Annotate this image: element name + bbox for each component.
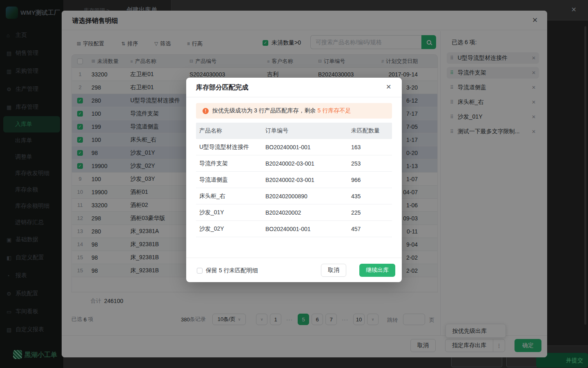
sidebar-item-label: 调整单 — [15, 153, 32, 161]
cell-product-name: 沙发_02Y — [196, 225, 262, 233]
cell-order-no: B20240002-03-001 — [262, 160, 348, 167]
cell-order-no: BO20240001-001 — [262, 226, 348, 232]
col-unmatched-qty: 未匹配数量 — [348, 127, 392, 135]
custom-config-icon: ◧ — [7, 255, 13, 261]
keep-unmatched-label: 保留 5 行未匹配明细 — [206, 267, 258, 274]
cell-product-name: 沙发_01Y — [196, 209, 262, 216]
sidebar-item-label: 销售管理 — [16, 49, 38, 57]
unmatched-row: 沙发_01Y B2024020002 225 — [196, 204, 392, 221]
vendor-logo — [13, 350, 22, 359]
sidebar-item-label: 库存余额明细 — [15, 202, 49, 210]
footer-button-1[interactable] — [451, 356, 502, 367]
cell-unmatched-qty: 966 — [348, 177, 392, 183]
unmatched-row: 沙发_02Y BO20240001-001 457 — [196, 221, 392, 237]
sidebar-item[interactable]: ◔ 报表 — [0, 267, 63, 285]
dashboard-icon: ▭ — [7, 309, 13, 315]
sidebar-item[interactable]: ⚙ 生产管理 — [0, 80, 63, 98]
app-title: WMY测试工厂 — [20, 9, 63, 17]
sidebar-item-label: 车间看板 — [16, 308, 38, 315]
sidebar-item[interactable]: ⚙ 系统配置 — [0, 285, 63, 303]
cell-product-name: U型导流型材连接件 — [196, 144, 262, 151]
sidebar: WMY测试工厂 ⌂ 主页 ▤ 销售管理 ▥ 采购管理 ⚙ — [0, 0, 63, 368]
cell-order-no: B2024020002 — [262, 209, 348, 216]
unmatched-row: U型导流型材连接件 BO20240001-001 163 — [196, 139, 392, 155]
cell-unmatched-qty: 435 — [348, 193, 392, 200]
cell-order-no: B20240002-03-001 — [262, 177, 348, 183]
continue-outbound-button[interactable]: 继续出库 — [359, 264, 395, 277]
unmatched-row: 导流道侧盖 B20240002-03-001 966 — [196, 172, 392, 188]
keep-unmatched-option[interactable]: 保留 5 行未匹配明细 — [197, 267, 258, 274]
home-icon: ⌂ — [7, 32, 13, 38]
sidebar-item[interactable]: ▥ 采购管理 — [0, 62, 63, 80]
sidebar-item[interactable]: 库存收发明细 — [0, 165, 63, 182]
inventory-icon: ▦ — [7, 104, 13, 110]
sidebar-item[interactable]: 库存余额 — [0, 182, 63, 198]
unmatched-header-row: 产品名称 订单编号 未匹配数量 — [196, 123, 392, 139]
cell-unmatched-qty: 457 — [348, 226, 392, 232]
keep-unmatched-checkbox[interactable] — [197, 268, 203, 274]
cell-unmatched-qty: 225 — [348, 209, 392, 216]
cell-product-name: 床头柜_右 — [196, 193, 262, 200]
sidebar-item[interactable]: ▭ 车间看板 — [0, 303, 63, 321]
screen: 库存管理 > 创建出库单 ✕ WMY测试工厂 ⌂ 主页 ▤ 销售管理 ▥ 采购管 — [0, 0, 588, 368]
sidebar-item-label: 自定义报表 — [16, 326, 44, 333]
sidebar-item[interactable]: 调整单 — [0, 149, 63, 165]
sidebar-item-label: 采购管理 — [16, 67, 38, 75]
custom-report-icon: ▧ — [7, 327, 13, 333]
sidebar-item[interactable]: 进销存汇总 — [0, 214, 63, 231]
vendor-title: 黑湖小工单 — [24, 351, 57, 359]
info-icon: ! — [203, 108, 209, 114]
sidebar-item-label: 库存管理 — [16, 103, 38, 111]
sidebar-item-label: 自定义配置 — [16, 254, 44, 261]
cell-order-no: BO20240001-001 — [262, 144, 348, 150]
sidebar-item[interactable]: ▤ 销售管理 — [0, 44, 63, 62]
base-data-icon: ▣ — [7, 237, 13, 243]
production-icon: ⚙ — [7, 86, 13, 92]
sidebar-item-label: 报表 — [16, 272, 27, 279]
cell-order-no: B202402000890 — [262, 193, 348, 200]
page-close-icon[interactable]: ✕ — [571, 6, 577, 13]
sidebar-item-label: 生产管理 — [16, 85, 38, 93]
sidebar-nav: ⌂ 主页 ▤ 销售管理 ▥ 采购管理 ⚙ 生产管理 — [0, 26, 63, 339]
sidebar-item-label: 入库单 — [15, 121, 32, 128]
unmatched-table: 产品名称 订单编号 未匹配数量 U型导流型材连接件 BO20240001-001… — [196, 123, 392, 237]
sidebar-item[interactable]: 出库单 — [0, 132, 63, 149]
sidebar-item[interactable]: ⌂ 主页 — [0, 26, 63, 44]
col-order-no: 订单编号 — [262, 127, 348, 135]
cell-unmatched-qty: 163 — [348, 144, 392, 150]
sidebar-item-label: 库存收发明细 — [15, 170, 49, 177]
dialog-title: 库存部分匹配完成 — [196, 83, 248, 92]
app-logo — [6, 7, 18, 19]
sidebar-item[interactable]: ▣ 基础数据 — [0, 231, 63, 249]
sidebar-item-label: 进销存汇总 — [15, 219, 44, 226]
sidebar-item-label: 系统配置 — [16, 290, 38, 297]
settings-icon: ⚙ — [7, 291, 13, 297]
dialog-close-icon[interactable]: ✕ — [386, 83, 391, 91]
col-product-name: 产品名称 — [196, 127, 262, 135]
sidebar-item-label: 出库单 — [15, 137, 32, 144]
report-icon: ◔ — [7, 273, 13, 279]
scrollbar[interactable] — [584, 26, 586, 325]
unmatched-body: U型导流型材连接件 BO20240001-001 163 导流件支架 B2024… — [196, 139, 392, 237]
sidebar-item[interactable]: 库存余额明细 — [0, 198, 63, 214]
purchase-icon: ▥ — [7, 68, 13, 74]
sales-icon: ▤ — [7, 50, 13, 56]
sidebar-item[interactable]: 入库单 — [3, 116, 60, 132]
dialog-footer: 保留 5 行未匹配明细 取消 继续出库 — [186, 258, 402, 282]
sidebar-item[interactable]: ▦ 库存管理 — [0, 98, 63, 116]
sidebar-item-label: 主页 — [16, 31, 27, 39]
match-result-dialog: 库存部分匹配完成 ✕ ! 按优先级成功为 3 行产品匹配库存，剩余 5 行库存不… — [186, 78, 402, 282]
cell-product-name: 导流件支架 — [196, 160, 262, 167]
partial-match-alert: ! 按优先级成功为 3 行产品匹配库存，剩余 5 行库存不足 — [196, 103, 392, 119]
sidebar-item[interactable]: ◧ 自定义配置 — [0, 249, 63, 267]
cell-unmatched-qty: 253 — [348, 160, 392, 167]
alert-text: 按优先级成功为 3 行产品匹配库存，剩余 — [212, 107, 317, 114]
unmatched-row: 导流件支架 B20240002-03-001 253 — [196, 155, 392, 172]
sidebar-item-label: 库存余额 — [15, 186, 38, 193]
sidebar-item[interactable]: ▧ 自定义报表 — [0, 321, 63, 339]
dialog-cancel-button[interactable]: 取消 — [321, 264, 346, 277]
cell-product-name: 导流道侧盖 — [196, 176, 262, 184]
sidebar-item-label: 基础数据 — [16, 236, 38, 243]
alert-highlight: 5 行库存不足 — [317, 107, 351, 114]
unmatched-row: 床头柜_右 B202402000890 435 — [196, 188, 392, 204]
